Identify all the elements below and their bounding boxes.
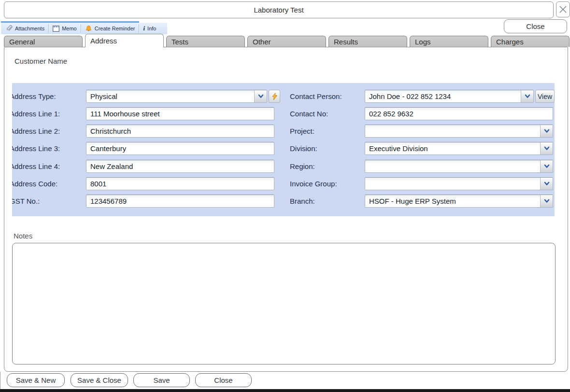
bell-icon	[85, 25, 92, 32]
attachments-button[interactable]: Attachments	[3, 24, 47, 33]
invoice-group-value	[365, 178, 540, 190]
chevron-down-icon	[544, 129, 550, 133]
customer-name-label: Customer Name	[14, 57, 67, 65]
tab-address[interactable]: Address	[85, 34, 164, 47]
footer-bar: Save & New Save & Close Save Close	[0, 372, 570, 389]
address-line3-input[interactable]	[86, 142, 274, 155]
contact-no-label: Contact No:	[290, 107, 328, 120]
close-button-bottom[interactable]: Close	[195, 373, 252, 387]
branch-dropdown[interactable]: HSOF - Huge ERP System	[365, 195, 553, 208]
dropdown-button[interactable]	[540, 125, 553, 137]
quick-action-button[interactable]	[269, 90, 280, 103]
address-type-label: Address Type:	[12, 90, 56, 103]
chevron-down-icon	[525, 94, 530, 98]
lightning-icon	[271, 93, 278, 100]
toolbar-separator	[81, 24, 81, 33]
close-icon	[559, 5, 567, 14]
address-line2-label: Address Line 2:	[12, 125, 60, 138]
branch-value: HSOF - Huge ERP System	[365, 195, 540, 207]
gst-no-label: GST No.:	[12, 195, 40, 208]
toolbar-separator	[48, 24, 49, 33]
project-label: Project:	[290, 125, 314, 138]
info-button[interactable]: i Info	[140, 24, 159, 33]
toolbar-separator	[139, 24, 139, 33]
titlebar: Laboratory Test	[4, 1, 554, 18]
view-contact-button[interactable]: View	[535, 90, 555, 103]
tab-general[interactable]: General	[4, 36, 83, 47]
tab-tests[interactable]: Tests	[166, 36, 245, 47]
memo-icon	[53, 26, 59, 32]
dropdown-button[interactable]	[540, 142, 553, 154]
dropdown-button[interactable]	[540, 178, 553, 190]
region-dropdown[interactable]	[365, 160, 553, 173]
address-code-input[interactable]	[86, 177, 274, 190]
toolbar-label: Attachments	[15, 26, 44, 31]
address-code-label: Address Code:	[12, 177, 57, 190]
chevron-down-icon	[544, 182, 550, 186]
create-reminder-button[interactable]: Create Reminder	[82, 24, 138, 33]
chevron-down-icon	[544, 146, 550, 151]
contact-person-dropdown[interactable]: John Doe - 022 852 1234	[365, 90, 534, 103]
toolbar-label: Info	[147, 26, 156, 31]
project-value	[365, 125, 540, 137]
close-button-top[interactable]: Close	[504, 19, 567, 33]
division-value: Executive Division	[365, 142, 540, 154]
address-line1-input[interactable]	[86, 107, 274, 120]
division-label: Division:	[290, 142, 317, 155]
address-line3-label: Address Line 3:	[12, 142, 60, 155]
contact-no-input[interactable]	[365, 107, 553, 120]
address-line4-label: Address Line 4:	[12, 160, 60, 173]
chevron-down-icon	[258, 94, 264, 98]
save-close-button[interactable]: Save & Close	[71, 373, 128, 387]
contact-person-value: John Doe - 022 852 1234	[365, 90, 521, 102]
toolbar: Attachments Memo Create Reminder i Info	[1, 23, 167, 34]
dropdown-button[interactable]	[540, 160, 553, 172]
tab-other[interactable]: Other	[247, 36, 326, 47]
laboratory-test-dialog: Laboratory Test Attachments Memo	[0, 0, 570, 392]
dropdown-button[interactable]	[521, 90, 533, 102]
address-line4-input[interactable]	[86, 160, 274, 173]
toolbar-label: Memo	[62, 26, 77, 31]
branch-label: Branch:	[290, 195, 315, 208]
notes-label: Notes	[14, 232, 32, 240]
tab-results[interactable]: Results	[328, 36, 407, 47]
chevron-down-icon	[544, 164, 550, 168]
tab-charges[interactable]: Charges	[491, 36, 570, 47]
info-icon: i	[143, 25, 145, 32]
address-type-value: Physical	[86, 90, 254, 102]
chevron-down-icon	[544, 199, 550, 203]
save-new-button[interactable]: Save & New	[7, 373, 65, 387]
contact-person-label: Contact Person:	[290, 90, 342, 103]
division-dropdown[interactable]: Executive Division	[365, 142, 553, 155]
notes-textarea[interactable]	[12, 243, 556, 364]
project-dropdown[interactable]	[365, 125, 553, 138]
window-bottom-edge	[0, 389, 570, 392]
memo-button[interactable]: Memo	[50, 24, 80, 33]
gst-no-input[interactable]	[86, 195, 274, 208]
region-label: Region:	[290, 160, 315, 173]
invoice-group-dropdown[interactable]	[365, 177, 553, 190]
save-button[interactable]: Save	[133, 373, 190, 387]
toolbar-label: Create Reminder	[95, 26, 135, 31]
close-x-button[interactable]	[556, 1, 570, 17]
window-title: Laboratory Test	[254, 6, 303, 14]
address-line1-label: Address Line 1:	[12, 107, 60, 120]
paperclip-icon	[6, 25, 13, 32]
address-line2-input[interactable]	[86, 125, 274, 138]
tab-logs[interactable]: Logs	[410, 36, 488, 47]
dropdown-button[interactable]	[540, 195, 553, 207]
address-type-dropdown[interactable]: Physical	[86, 90, 267, 103]
dropdown-button[interactable]	[254, 90, 267, 102]
invoice-group-label: Invoice Group:	[290, 177, 337, 190]
address-form-panel: Address Type: Physical Contact Person:	[12, 83, 555, 216]
region-value	[365, 160, 540, 172]
